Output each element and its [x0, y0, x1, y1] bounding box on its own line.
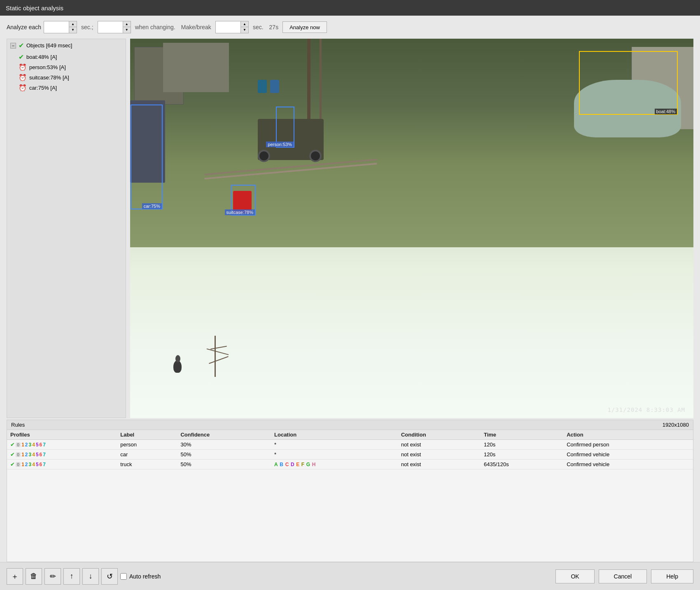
rules-area: Profiles Label Confidence Location Condi… [7, 430, 693, 562]
badge-1b: 1 [21, 452, 24, 458]
ok-button[interactable]: OK [555, 569, 594, 583]
make-break-spinner[interactable]: ▲ ▼ [240, 21, 248, 33]
boat-icon: ✔ [19, 53, 24, 61]
badge-0: 0 [16, 442, 21, 447]
row2-badges: ✔ 0 1 2 3 4 5 6 7 [10, 451, 114, 458]
make-break-up[interactable]: ▲ [241, 21, 248, 27]
refresh-button[interactable]: ↺ [101, 568, 118, 585]
rules-header: Rules 1920x1080 [7, 420, 693, 430]
row3-enabled-icon: ✔ [10, 461, 15, 467]
make-break-down[interactable]: ▼ [241, 27, 248, 33]
barrel-2 [270, 80, 279, 93]
auto-refresh-label: Auto refresh [129, 573, 161, 580]
row3-location: A B C D E F G H [271, 460, 398, 469]
badge-0b: 0 [16, 452, 21, 457]
person-icon: ⏰ [19, 63, 27, 71]
sec2-value[interactable]: 20 [98, 21, 123, 33]
suitcase-icon: ⏰ [19, 74, 27, 81]
sec2-down[interactable]: ▼ [123, 27, 131, 33]
car-label: car:75% [A] [29, 85, 57, 91]
rules-title: Rules [11, 422, 25, 428]
analyze-each-input[interactable]: 120 ▲ ▼ [44, 21, 77, 33]
loc-b: B [280, 462, 283, 467]
analyze-now-button[interactable]: Analyze now [282, 21, 327, 33]
row3-confidence: 50% [177, 460, 271, 469]
make-break-input[interactable]: 30 ▲ ▼ [215, 21, 249, 33]
car-icon: ⏰ [19, 84, 27, 92]
move-up-button[interactable]: ↑ [63, 568, 80, 585]
analyze-each-value[interactable]: 120 [44, 21, 69, 33]
badge-7c: 7 [43, 462, 46, 467]
tree-header-label: Objects [649 msec] [26, 42, 72, 49]
badge-2c: 2 [25, 462, 28, 467]
cancel-button[interactable]: Cancel [599, 569, 647, 583]
bird-figure [167, 348, 188, 373]
delete-button[interactable]: 🗑 [26, 568, 42, 585]
pole-2 [320, 39, 322, 129]
rules-resolution: 1920x1080 [663, 422, 689, 428]
add-button[interactable]: ＋ [7, 568, 23, 585]
row2-enabled-icon: ✔ [10, 451, 15, 458]
badge-5c: 5 [36, 462, 39, 467]
auto-refresh-checkbox[interactable] [120, 573, 127, 580]
help-button[interactable]: Help [651, 569, 693, 583]
det-box-suitcase: suitcase:78% [231, 185, 256, 216]
row2-location: * [271, 450, 398, 460]
empty-rows [7, 469, 693, 523]
sec2-up[interactable]: ▲ [123, 21, 131, 27]
badge-2b: 2 [25, 452, 28, 458]
det-box-boat: boat:48% [579, 51, 678, 115]
rules-section: Rules 1920x1080 Profiles Label Confidenc… [7, 420, 693, 562]
rule-row-1[interactable]: ✔ 0 1 2 3 4 5 6 7 person [7, 440, 693, 450]
badge-6: 6 [40, 442, 42, 448]
row2-confidence: 50% [177, 450, 271, 460]
det-label-suitcase: suitcase:78% [225, 209, 255, 215]
row1-label: person [117, 440, 177, 450]
badge-5: 5 [36, 442, 39, 448]
row2-condition: not exist [398, 450, 481, 460]
camera-timestamp: 1/31/2024 8:33:03 AM [607, 406, 685, 413]
col-profiles: Profiles [7, 430, 117, 440]
row1-confidence: 30% [177, 440, 271, 450]
row1-condition: not exist [398, 440, 481, 450]
sec-label: sec.; [81, 24, 93, 30]
rule-row-3[interactable]: ✔ 0 1 2 3 4 5 6 7 truck [7, 460, 693, 469]
loc-d: D [291, 462, 294, 467]
countdown: 27s [269, 24, 279, 30]
rule-row-2[interactable]: ✔ 0 1 2 3 4 5 6 7 car [7, 450, 693, 460]
row3-label: truck [117, 460, 177, 469]
sec2-spinner[interactable]: ▲ ▼ [123, 21, 131, 33]
col-time: Time [481, 430, 563, 440]
col-confidence: Confidence [177, 430, 271, 440]
boat-label: boat:48% [A] [26, 54, 57, 60]
edit-button[interactable]: ✏ [44, 568, 61, 585]
analyze-each-spinner[interactable]: ▲ ▼ [69, 21, 77, 33]
left-panel: – ✔ Objects [649 msec] ✔ boat:48% [A] ⏰ … [7, 39, 126, 418]
row1-location: * [271, 440, 398, 450]
badge-6b: 6 [40, 452, 42, 458]
tree-item-person: ⏰ person:53% [A] [7, 62, 126, 72]
title-label: Static object analysis [6, 5, 63, 12]
col-action: Action [563, 430, 693, 440]
row3-badges: ✔ 0 1 2 3 4 5 6 7 [10, 461, 114, 467]
atv-wheel-r [309, 150, 322, 162]
title-bar: Static object analysis [0, 0, 700, 16]
tree-header: – ✔ Objects [649 msec] [7, 39, 126, 52]
analyze-each-up[interactable]: ▲ [69, 21, 77, 27]
analyze-each-down[interactable]: ▼ [69, 27, 77, 33]
make-break-value[interactable]: 30 [216, 21, 240, 33]
content-area: – ✔ Objects [649 msec] ✔ boat:48% [A] ⏰ … [0, 39, 700, 420]
move-down-button[interactable]: ↓ [82, 568, 99, 585]
collapse-button[interactable]: – [10, 43, 16, 49]
badge-2: 2 [25, 442, 28, 448]
row2-label: car [117, 450, 177, 460]
badge-7: 7 [43, 442, 46, 448]
sec2-input[interactable]: 20 ▲ ▼ [98, 21, 131, 33]
sec3-label: sec. [253, 24, 264, 30]
bottom-right-buttons: OK Cancel Help [555, 569, 693, 583]
tree-item-suitcase: ⏰ suitcase:78% [A] [7, 72, 126, 83]
loc-g: G [306, 462, 310, 467]
camera-image: car:75% person:53% suitcase:78% boat:48%… [130, 39, 693, 418]
row2-profiles: ✔ 0 1 2 3 4 5 6 7 [7, 450, 117, 460]
analyze-each-label: Analyze each [7, 24, 41, 30]
